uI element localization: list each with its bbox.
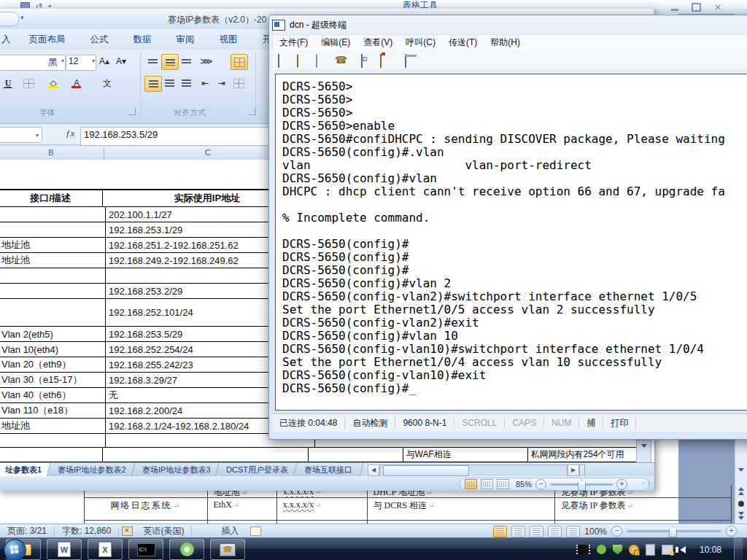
menu-文件(F)[interactable]: 文件(F) — [273, 36, 314, 49]
font-name-combo[interactable]: 黑▾ — [0, 55, 66, 71]
cell-interface[interactable]: Vlan 2(eth5) — [0, 327, 106, 341]
cell-interface[interactable]: Vlan 30（e15-17） — [0, 373, 106, 387]
maximize-button[interactable] — [692, 3, 701, 12]
sheet-tab-赛场IP地址参数表3[interactable]: 赛场IP地址参数表3 — [131, 463, 221, 477]
browse-previous-icon[interactable] — [737, 486, 746, 496]
name-box[interactable]: ▾ — [0, 127, 42, 143]
menu-帮助(H)[interactable]: 帮助(H) — [484, 36, 527, 49]
capture-icon[interactable] — [380, 54, 382, 68]
spellcheck-icon[interactable] — [122, 526, 133, 536]
fill-color-button[interactable]: ◇ — [45, 76, 61, 90]
scroll-down-icon[interactable] — [737, 467, 746, 472]
cell-interface[interactable]: 地址池 — [0, 419, 106, 433]
word-count[interactable]: 字数: 12,860 — [55, 525, 118, 537]
taskbar-item-console[interactable]: C:\ — [128, 539, 163, 560]
excel-horizontal-scrollbar[interactable] — [379, 464, 568, 477]
align-left-button[interactable] — [144, 76, 162, 92]
terminal-titlebar[interactable]: dcn - 超级终端 — [272, 18, 347, 33]
minimize-button[interactable] — [671, 9, 678, 11]
print-layout-view-button[interactable] — [493, 526, 507, 537]
network-warning-icon[interactable] — [662, 545, 673, 555]
taskbar-item-browser[interactable]: e — [169, 539, 204, 560]
menu-编辑(E)[interactable]: 编辑(E) — [314, 36, 357, 49]
web-layout-view-button[interactable] — [530, 526, 543, 537]
column-header-b[interactable]: B — [0, 148, 104, 160]
cell-interface[interactable] — [0, 299, 106, 326]
sheet-tab-址参数表1[interactable]: 址参数表1 — [0, 463, 53, 477]
select-browse-object-icon[interactable] — [737, 499, 746, 508]
borders-button[interactable] — [20, 76, 36, 90]
cell-interface[interactable]: Vlan 40（eth6） — [0, 388, 106, 402]
phonetic-guide-button[interactable]: 文 — [99, 76, 115, 90]
wrap-text-button[interactable] — [231, 54, 248, 70]
insert-function-icon[interactable]: ƒx — [66, 128, 74, 139]
media-tray-icon[interactable] — [576, 545, 590, 554]
show-desktop-button[interactable] — [734, 538, 743, 560]
zoom-out-button[interactable]: − — [611, 526, 622, 537]
hscroll-left-icon[interactable]: ◀ — [368, 464, 379, 476]
merge-center-button[interactable] — [231, 76, 247, 90]
cell-interface[interactable] — [0, 284, 106, 298]
increase-indent-button[interactable]: ⇥ — [214, 76, 230, 90]
hscroll-right-icon[interactable]: ▶ — [568, 464, 579, 476]
alignment-dialog-launcher-icon[interactable] — [248, 108, 255, 115]
font-size-combo[interactable]: 12▾ — [66, 55, 96, 71]
terminal-screen[interactable]: DCRS-5650> DCRS-5650> DCRS-5650> DCRS-56… — [275, 74, 747, 411]
cell-interface[interactable] — [0, 222, 106, 237]
align-center-button[interactable] — [161, 76, 177, 90]
excel-vertical-scrollbar[interactable] — [636, 440, 651, 462]
speaker-icon[interactable] — [680, 546, 686, 553]
sheet-tab-赛场IP地址参数表2[interactable]: 赛场IP地址参数表2 — [47, 463, 137, 477]
taskbar-item-word[interactable]: W — [47, 539, 82, 560]
zoom-in-button[interactable]: + — [726, 526, 737, 537]
cell[interactable]: 私网网段内有254个可用 — [528, 448, 642, 462]
page-break-view-button[interactable] — [497, 479, 509, 489]
lock-tray-icon[interactable] — [629, 545, 639, 555]
font-dialog-launcher-icon[interactable] — [128, 108, 136, 115]
outline-view-button[interactable] — [548, 526, 562, 537]
open-connection-icon[interactable] — [297, 54, 298, 68]
sheet-tab-DCST用户登录表[interactable]: DCST用户登录表 — [215, 463, 300, 477]
zoom-in-button[interactable]: + — [616, 479, 627, 490]
align-bottom-button[interactable] — [178, 54, 194, 69]
ribbon-tab-公式[interactable]: 公式 — [78, 34, 121, 46]
draft-view-button[interactable] — [566, 526, 580, 537]
spreadsheet-row[interactable]: 与WAF相连私网网段内有254个可用 — [0, 448, 642, 462]
cell[interactable] — [103, 448, 309, 462]
resize-grip[interactable]: ⁘⁘ — [640, 480, 649, 489]
call-icon[interactable]: ☎ — [335, 55, 347, 65]
cell[interactable] — [0, 448, 103, 462]
new-connection-icon[interactable] — [278, 54, 279, 68]
align-right-button[interactable] — [178, 76, 194, 90]
underline-button[interactable]: U — [0, 76, 16, 90]
grow-font-button[interactable]: A▴ — [96, 54, 112, 69]
word-zoom-level[interactable]: 100% — [584, 526, 607, 537]
normal-view-button[interactable] — [465, 479, 477, 489]
page-layout-view-button[interactable] — [481, 479, 493, 489]
menu-传送(T)[interactable]: 传送(T) — [442, 36, 484, 49]
cell-interface[interactable] — [0, 207, 106, 222]
cell-interface[interactable]: 地址池 — [0, 253, 106, 268]
ribbon-tab-视图[interactable]: 视图 — [207, 34, 250, 46]
start-button[interactable] — [4, 539, 26, 560]
status-tray-icon[interactable] — [597, 545, 606, 554]
ribbon-tab-入[interactable]: 入 — [0, 34, 17, 46]
macro-record-icon[interactable] — [250, 526, 261, 536]
cell[interactable] — [309, 448, 403, 462]
tab-split-handle[interactable] — [579, 464, 585, 477]
cell[interactable]: 与WAF相连 — [403, 448, 528, 462]
orientation-button[interactable]: ⋙ — [198, 54, 214, 69]
cell-interface[interactable]: 地址池 — [0, 238, 106, 252]
excel-zoom-slider[interactable] — [550, 483, 613, 486]
browse-next-icon[interactable] — [737, 511, 746, 521]
decrease-indent-button[interactable]: ⇤ — [197, 76, 213, 90]
taskbar-item-hyperterminal[interactable]: ☎ — [210, 539, 245, 560]
cell-interface[interactable] — [0, 268, 106, 283]
cell-interface[interactable]: Vlan 10(eth4) — [0, 342, 106, 357]
excel-qat-dropdown-icon[interactable]: ▾ — [20, 14, 24, 21]
close-button[interactable]: ✕ — [714, 4, 721, 11]
menu-查看(V)[interactable]: 查看(V) — [357, 36, 399, 49]
taskbar-item-excel[interactable]: X — [88, 539, 123, 560]
cell-interface[interactable] — [0, 434, 106, 447]
word-zoom-slider[interactable] — [627, 530, 721, 532]
